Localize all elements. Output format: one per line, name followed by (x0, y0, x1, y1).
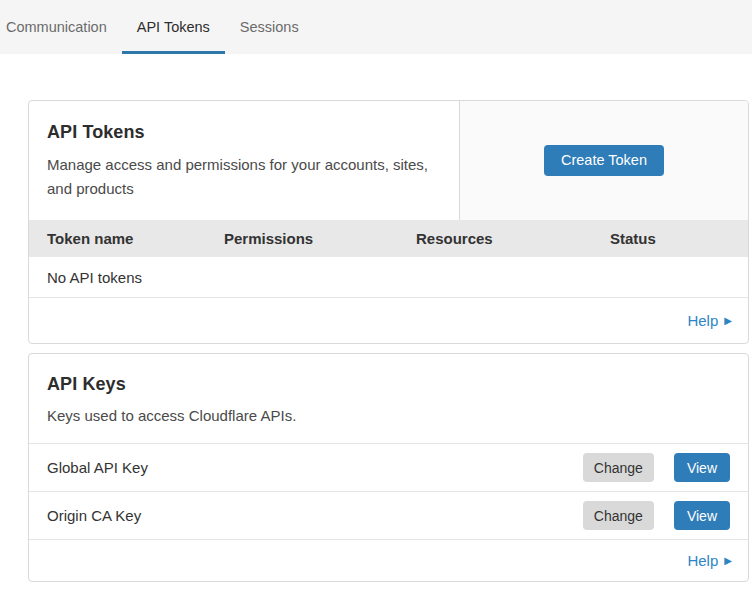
origin-ca-key-label: Origin CA Key (47, 507, 583, 524)
help-link-label: Help (687, 312, 718, 329)
global-api-key-row: Global API Key Change View (29, 444, 748, 492)
api-keys-help-link[interactable]: Help ▶ (687, 552, 732, 569)
api-tokens-title: API Tokens (47, 122, 441, 143)
help-arrow-icon: ▶ (724, 555, 732, 566)
api-tokens-description: Manage access and permissions for your a… (47, 153, 441, 201)
api-keys-description: Keys used to access Cloudflare APIs. (47, 405, 730, 427)
api-tokens-card: API Tokens Manage access and permissions… (28, 100, 749, 344)
api-tokens-header-action: Create Token (460, 101, 748, 220)
tab-api-tokens[interactable]: API Tokens (122, 0, 225, 54)
api-keys-title: API Keys (47, 374, 730, 395)
api-keys-card: API Keys Keys used to access Cloudflare … (28, 353, 749, 582)
api-tokens-header-text: API Tokens Manage access and permissions… (29, 101, 460, 220)
api-keys-card-footer: Help ▶ (29, 540, 748, 581)
create-token-button[interactable]: Create Token (544, 145, 664, 177)
api-tokens-card-header: API Tokens Manage access and permissions… (29, 101, 748, 220)
tab-communication[interactable]: Communication (0, 0, 122, 54)
api-tokens-card-footer: Help ▶ (29, 298, 748, 343)
api-tokens-help-link[interactable]: Help ▶ (687, 312, 732, 329)
page-content: API Tokens Manage access and permissions… (0, 54, 752, 582)
global-api-key-view-button[interactable]: View (674, 453, 730, 482)
tokens-empty-row: No API tokens (29, 257, 748, 298)
origin-ca-key-view-button[interactable]: View (674, 501, 730, 530)
tokens-table-header: Token name Permissions Resources Status (29, 220, 748, 257)
column-status: Status (592, 230, 748, 247)
column-resources: Resources (398, 230, 592, 247)
column-token-name: Token name (29, 230, 206, 247)
global-api-key-change-button[interactable]: Change (583, 453, 654, 482)
column-permissions: Permissions (206, 230, 398, 247)
global-api-key-label: Global API Key (47, 459, 583, 476)
tab-bar: Communication API Tokens Sessions (0, 0, 752, 54)
tab-sessions[interactable]: Sessions (225, 0, 314, 54)
help-arrow-icon: ▶ (724, 315, 732, 326)
origin-ca-key-change-button[interactable]: Change (583, 501, 654, 530)
origin-ca-key-row: Origin CA Key Change View (29, 492, 748, 540)
api-keys-card-header: API Keys Keys used to access Cloudflare … (29, 354, 748, 444)
help-link-label: Help (687, 552, 718, 569)
